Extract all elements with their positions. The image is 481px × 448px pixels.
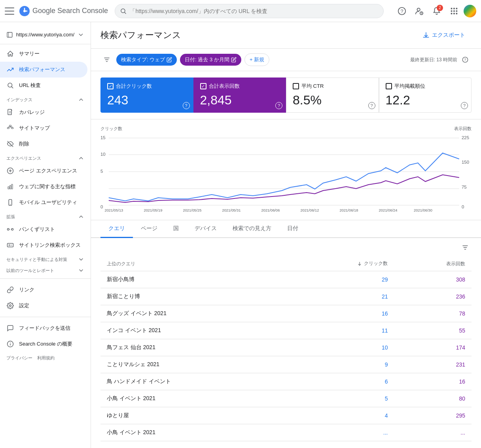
impressions-help[interactable]: ? [275, 102, 282, 109]
search-bar[interactable] [115, 4, 384, 18]
impressions-cell: 78 [394, 305, 472, 322]
metric-position[interactable]: 平均掲載順位 12.2 ? [379, 78, 472, 113]
chevron-up-icon [78, 214, 84, 220]
sidebar-item-label: リンク [19, 286, 34, 293]
impressions-cell: 16 [394, 373, 472, 390]
help-button[interactable]: ? [394, 3, 410, 19]
notifications-button[interactable]: 2 [429, 3, 445, 19]
table-row: インコ イベント 2021 11 55 [100, 322, 472, 339]
apps-button[interactable] [446, 3, 462, 19]
svg-text:2021/05/31: 2021/05/31 [222, 208, 240, 212]
impressions-cell: 55 [394, 322, 472, 339]
tab-date[interactable]: 日付 [279, 220, 306, 238]
clicks-cell: 29 [288, 271, 394, 288]
sidebar-item-summary[interactable]: サマリー [0, 46, 87, 62]
privacy-link[interactable]: プライバシー [6, 355, 32, 361]
sidebar-item-sitelinks[interactable]: サイトリンク検索ボックス [0, 237, 87, 253]
sidebar-item-mobile[interactable]: モバイル ユーザビリティ [0, 195, 87, 210]
previous-tools-section-header[interactable]: 以前のツールとレポート [0, 264, 91, 275]
tab-query[interactable]: クエリ [100, 220, 133, 238]
terms-link[interactable]: 利用規約 [37, 355, 55, 361]
clicks-help[interactable]: ? [183, 102, 190, 109]
svg-text:?: ? [464, 58, 466, 62]
tab-country[interactable]: 国 [165, 220, 187, 238]
metric-impressions[interactable]: 合計表示回数 2,845 ? [193, 78, 286, 113]
svg-rect-16 [7, 32, 12, 37]
table-row: 鳥 ハンドメイド イベント 6 16 [100, 373, 472, 390]
smartphone-icon [6, 198, 14, 206]
clicks-cell: ... [288, 424, 394, 441]
metric-ctr[interactable]: 平均 CTR 8.5% ? [286, 78, 379, 113]
svg-rect-11 [453, 10, 455, 12]
svg-text:2021/06/18: 2021/06/18 [339, 208, 358, 212]
table-row: 小鳥 イベント 2021 5 80 [100, 390, 472, 407]
col-header-impressions: 表示回数 [394, 257, 472, 271]
experience-section-header[interactable]: エクスペリエンス [0, 152, 91, 163]
tab-device[interactable]: デバイス [187, 220, 225, 238]
query-cell: インコ イベント 2021 [100, 322, 288, 339]
property-selector[interactable]: https://www.yutoriya.com/ [0, 25, 91, 44]
query-cell: 小鳥 イベント 2021 [100, 424, 288, 441]
sidebar-item-about[interactable]: Search Console の概要 [0, 336, 87, 352]
security-section-header[interactable]: セキュリティと手動による対策 [0, 253, 91, 264]
svg-rect-19 [8, 110, 11, 115]
filter-button[interactable] [100, 53, 113, 66]
add-filter-button[interactable]: + 新規 [244, 53, 269, 66]
position-help[interactable]: ? [461, 102, 468, 109]
svg-text:10: 10 [100, 152, 106, 157]
manage-accounts-button[interactable] [411, 3, 427, 19]
sidebar-item-search-performance[interactable]: 検索パフォーマンス [0, 62, 87, 78]
index-section-header[interactable]: インデックス [0, 93, 91, 104]
last-updated-help-button[interactable]: ? [459, 53, 472, 66]
filter-bar-right: 最終更新日: 13 時間前 ? [410, 53, 472, 66]
ctr-checkbox[interactable] [293, 83, 299, 89]
sort-down-icon [357, 261, 362, 267]
col-header-query: 上位のクエリ [100, 257, 288, 271]
date-filter-chip[interactable]: 日付: 過去 3 か月間 [180, 54, 241, 66]
table-row: 小鳥 イベント 2021 ... ... [100, 424, 472, 441]
chart-svg: 15 10 5 0 225 150 75 0 [100, 133, 472, 212]
search-input[interactable] [130, 8, 379, 14]
sidebar-item-url-inspection[interactable]: URL 検査 [0, 78, 87, 93]
sidebar-item-coverage[interactable]: カバレッジ [0, 104, 87, 120]
sidebar-item-web-vitals[interactable]: ウェブに関する主な指標 [0, 179, 87, 195]
type-filter-chip[interactable]: 検索タイプ: ウェブ [116, 54, 177, 66]
sitemap-icon [6, 124, 14, 132]
table-row: ゆとり屋 4 295 [100, 407, 472, 424]
breadcrumb-icon [6, 225, 14, 233]
avatar[interactable] [464, 5, 476, 17]
sidebar-item-settings[interactable]: 設定 [0, 298, 87, 314]
impressions-checkbox[interactable] [200, 83, 206, 89]
svg-point-42 [9, 245, 10, 246]
query-cell: 新宿小鳥博 [100, 271, 288, 288]
clicks-checkbox[interactable] [107, 83, 114, 89]
sidebar-item-feedback[interactable]: フィードバックを送信 [0, 320, 87, 336]
svg-text:0: 0 [462, 204, 464, 209]
metric-clicks[interactable]: 合計クリック数 243 ? [100, 78, 193, 113]
filter-icon [103, 56, 110, 63]
col-clicks-label: クリック数 [364, 260, 388, 267]
col-header-clicks[interactable]: クリック数 [288, 257, 394, 271]
tab-search-appearance[interactable]: 検索での見え方 [225, 220, 279, 238]
chevron-down-icon [78, 31, 84, 38]
sidebar-item-removals[interactable]: 削除 [0, 136, 87, 152]
query-cell: ことりマルシェ 2021 [100, 356, 288, 373]
sidebar-item-breadcrumbs[interactable]: パンくずリスト [0, 221, 87, 237]
last-updated: 最終更新日: 13 時間前 [410, 57, 457, 63]
tab-page[interactable]: ページ [133, 220, 165, 238]
sidebar-item-links[interactable]: リンク [0, 282, 87, 298]
enhancements-section-header[interactable]: 拡張 [0, 210, 91, 221]
position-checkbox[interactable] [386, 83, 392, 89]
position-value: 12.2 [386, 93, 465, 108]
table-filter-button[interactable] [459, 241, 472, 254]
sidebar-item-sitemaps[interactable]: サイトマップ [0, 120, 87, 136]
logo-text: Google Search Console [32, 7, 108, 15]
svg-rect-41 [8, 244, 13, 247]
sidebar-item-label-active: 検索パフォーマンス [19, 66, 65, 73]
file-icon [6, 108, 14, 116]
sidebar-item-page-experience[interactable]: ページ エクスペリエンス [0, 163, 87, 179]
index-section-title: インデックス [6, 97, 32, 103]
hamburger-icon[interactable] [5, 6, 14, 16]
export-button[interactable]: エクスポート [416, 28, 472, 42]
ctr-help[interactable]: ? [368, 102, 375, 109]
